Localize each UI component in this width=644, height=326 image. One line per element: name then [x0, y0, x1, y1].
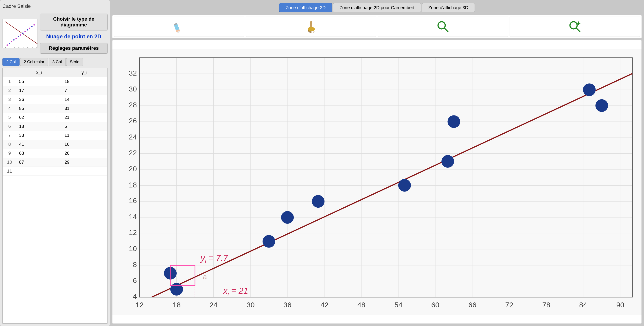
- data-table: x_i y_i 1 55 18 2 17 7 3 36 14 4 85 31 5…: [3, 68, 107, 176]
- table-row: 9 63 26: [3, 149, 107, 158]
- svg-text:42: 42: [320, 301, 328, 309]
- svg-text:32: 32: [129, 69, 137, 77]
- point-1: [398, 179, 411, 191]
- broom-button[interactable]: [246, 16, 376, 37]
- scatter-chart: yi = 7.7 xi = 21 a 12 18 24 30 36 42 48 …: [112, 40, 642, 324]
- pencil-button[interactable]: [114, 16, 244, 37]
- svg-text:24: 24: [129, 133, 137, 141]
- cell-y[interactable]: 18: [62, 77, 107, 86]
- display-tabs: Zone d'affichage 2D Zone d'affichage 2D …: [112, 2, 642, 13]
- svg-text:16: 16: [129, 197, 137, 205]
- tab-2col[interactable]: 2 Col: [2, 58, 20, 66]
- cell-x[interactable]: 41: [16, 140, 62, 149]
- tab-3d[interactable]: Zone d'affichage 3D: [422, 3, 475, 12]
- window-title: Cadre Saisie: [2, 2, 108, 10]
- cell-x[interactable]: 55: [16, 77, 62, 86]
- cell-x[interactable]: 36: [16, 95, 62, 104]
- table-row: 5 62 21: [3, 113, 107, 122]
- table-row: 1 55 18: [3, 77, 107, 86]
- toolbar: [112, 15, 642, 38]
- svg-text:22: 22: [129, 149, 137, 157]
- table-row: 3 36 14: [3, 95, 107, 104]
- row-num: 8: [3, 140, 16, 149]
- row-num: 10: [3, 158, 16, 167]
- tab-2d-camembert[interactable]: Zone d'affichage 2D pour Camembert: [333, 3, 421, 12]
- svg-text:54: 54: [394, 301, 402, 309]
- svg-text:72: 72: [505, 301, 514, 309]
- svg-text:12: 12: [136, 301, 144, 309]
- search-icon: [436, 20, 450, 33]
- search-plus-button[interactable]: [510, 16, 640, 37]
- right-panel: Zone d'affichage 2D Zone d'affichage 2D …: [110, 0, 644, 326]
- cell-y[interactable]: 26: [62, 149, 107, 158]
- row-num: 9: [3, 149, 16, 158]
- svg-text:28: 28: [129, 101, 137, 109]
- svg-point-9: [22, 32, 24, 34]
- svg-point-10: [24, 31, 26, 32]
- choose-diagram-button[interactable]: Choisir le type de diagramme: [40, 14, 108, 30]
- svg-point-3: [9, 43, 10, 44]
- svg-text:30: 30: [129, 85, 137, 93]
- table-row: 2 17 7: [3, 86, 107, 95]
- svg-text:5: 5: [23, 46, 24, 48]
- tab-2col-color[interactable]: 2 Col+color: [20, 58, 48, 66]
- ghost-label: a: [203, 273, 207, 281]
- cell-y[interactable]: 31: [62, 104, 107, 113]
- row-num: 7: [3, 131, 16, 140]
- svg-line-39: [444, 28, 448, 32]
- table-row: 8 41 16: [3, 140, 107, 149]
- svg-text:36: 36: [284, 301, 292, 309]
- tab-2d[interactable]: Zone d'affichage 2D: [279, 3, 332, 12]
- table-row: 6 18 5: [3, 122, 107, 131]
- svg-text:1: 1: [5, 46, 6, 48]
- cell-y[interactable]: 14: [62, 95, 107, 104]
- cell-x[interactable]: 62: [16, 113, 62, 122]
- cell-x[interactable]: 63: [16, 149, 62, 158]
- params-button[interactable]: Réglages paramètres: [40, 43, 108, 54]
- svg-point-14: [34, 24, 35, 25]
- cell-y[interactable]: 7: [62, 86, 107, 95]
- cell-x[interactable]: 18: [16, 122, 62, 131]
- svg-point-12: [29, 27, 30, 29]
- cell-x[interactable]: 33: [16, 131, 62, 140]
- broom-icon: [305, 21, 317, 33]
- svg-line-31: [309, 31, 310, 33]
- svg-point-38: [439, 23, 444, 28]
- svg-text:26: 26: [129, 117, 137, 125]
- svg-text:60: 60: [431, 301, 439, 309]
- svg-rect-29: [308, 28, 314, 31]
- svg-text:90: 90: [616, 301, 624, 309]
- search-button[interactable]: [378, 16, 508, 37]
- svg-point-11: [27, 29, 28, 30]
- point-10: [595, 99, 608, 112]
- svg-text:4: 4: [18, 46, 20, 48]
- point-7: [262, 235, 275, 248]
- svg-point-40: [440, 23, 442, 25]
- cell-x[interactable]: 17: [16, 86, 62, 95]
- svg-text:20: 20: [129, 165, 137, 173]
- col-header-yi: y_i: [62, 68, 107, 77]
- svg-point-42: [571, 23, 576, 28]
- cell-x[interactable]: [16, 167, 62, 176]
- svg-text:3: 3: [14, 46, 15, 48]
- cell-y[interactable]: [62, 167, 107, 176]
- cell-y[interactable]: 11: [62, 131, 107, 140]
- cell-x[interactable]: 85: [16, 104, 62, 113]
- col-header-num: [3, 68, 16, 77]
- data-table-wrap: x_i y_i 1 55 18 2 17 7 3 36 14 4 85 31 5…: [2, 68, 108, 324]
- svg-rect-46: [112, 49, 642, 315]
- svg-line-35: [313, 31, 313, 33]
- row-num: 3: [3, 95, 16, 104]
- cell-y[interactable]: 29: [62, 158, 107, 167]
- table-row: 11: [3, 167, 107, 176]
- cell-x[interactable]: 87: [16, 158, 62, 167]
- tab-3col[interactable]: 3 Col: [49, 58, 66, 66]
- cell-y[interactable]: 16: [62, 140, 107, 149]
- row-num: 11: [3, 167, 16, 176]
- svg-text:18: 18: [172, 301, 181, 309]
- svg-text:2: 2: [10, 46, 10, 48]
- cell-y[interactable]: 5: [62, 122, 107, 131]
- cell-y[interactable]: 21: [62, 113, 107, 122]
- svg-text:10: 10: [129, 245, 137, 253]
- tab-serie[interactable]: Série: [66, 58, 83, 66]
